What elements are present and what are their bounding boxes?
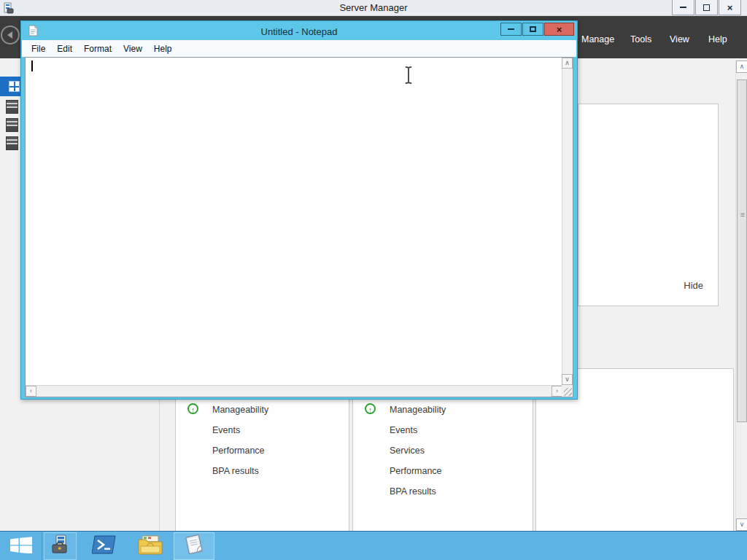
scrollbar-grip-icon: ≡ bbox=[739, 211, 746, 219]
scroll-down-icon[interactable]: ∨ bbox=[562, 374, 573, 385]
back-triangle bbox=[7, 31, 12, 39]
taskbar-button-notepad[interactable] bbox=[174, 532, 214, 560]
restore-icon bbox=[703, 4, 710, 11]
menu-tools[interactable]: Tools bbox=[630, 34, 651, 44]
resize-grip[interactable] bbox=[562, 385, 573, 397]
start-button[interactable] bbox=[0, 532, 42, 560]
powershell-icon bbox=[92, 535, 117, 557]
maximize-icon bbox=[530, 26, 536, 32]
notepad-horizontal-scrollbar[interactable]: ‹ › bbox=[26, 385, 562, 397]
notepad-window: Untitled - Notepad × File Edit Format Vi… bbox=[20, 20, 578, 400]
notepad-text-area[interactable]: ∧ ∨ ‹ › bbox=[25, 57, 573, 397]
sidebar-item-file-storage-icon[interactable] bbox=[6, 136, 18, 150]
taskbar-button-server-manager[interactable] bbox=[44, 532, 77, 560]
server-manager-icon bbox=[50, 534, 71, 559]
caption-buttons: × bbox=[671, 0, 741, 15]
back-arrow-icon[interactable] bbox=[1, 26, 20, 44]
text-caret bbox=[31, 61, 33, 71]
menu-help[interactable]: Help bbox=[148, 42, 178, 56]
minimize-icon bbox=[680, 7, 686, 8]
restore-button[interactable] bbox=[695, 0, 718, 15]
scroll-down-icon[interactable]: ∨ bbox=[736, 518, 747, 531]
tile-link-events[interactable]: Events bbox=[212, 425, 240, 435]
tile-link-performance[interactable]: Performance bbox=[212, 446, 265, 456]
file-explorer-icon bbox=[138, 535, 163, 558]
scrollbar-thumb[interactable]: ≡ bbox=[737, 79, 747, 422]
scroll-left-icon[interactable]: ‹ bbox=[26, 386, 36, 397]
dashboard-divider bbox=[159, 400, 160, 531]
desktop: Server Manager × Manage Tools View Help … bbox=[0, 0, 747, 560]
notepad-close-button[interactable]: × bbox=[544, 23, 574, 36]
notepad-vertical-scrollbar[interactable]: ∧ ∨ bbox=[562, 58, 573, 385]
close-icon: × bbox=[727, 3, 733, 12]
minimize-icon bbox=[508, 28, 514, 30]
notepad-title: Untitled - Notepad bbox=[21, 26, 577, 37]
sidebar-item-local-server-icon[interactable] bbox=[6, 100, 18, 114]
server-manager-scrollbar[interactable]: ∧ ≡ ∨ bbox=[735, 61, 747, 531]
up-arrow-circle-icon: ↑ bbox=[187, 403, 198, 414]
i-beam-cursor bbox=[403, 66, 414, 88]
tile-link-performance[interactable]: Performance bbox=[390, 466, 442, 476]
hide-link[interactable]: Hide bbox=[684, 280, 703, 291]
tile-link-bpa-results[interactable]: BPA results bbox=[390, 486, 436, 497]
notepad-maximize-button[interactable] bbox=[522, 23, 543, 36]
tile-link-manageability[interactable]: Manageability bbox=[212, 405, 268, 415]
dashboard-icon bbox=[9, 82, 19, 91]
scroll-up-icon[interactable]: ∧ bbox=[736, 61, 747, 73]
menu-edit[interactable]: Edit bbox=[51, 42, 78, 56]
notepad-icon bbox=[182, 534, 206, 559]
windows-start-icon bbox=[10, 537, 32, 556]
up-arrow-circle-icon: ↑ bbox=[365, 403, 376, 414]
sidebar-item-dashboard[interactable] bbox=[0, 77, 20, 96]
notepad-menubar: File Edit Format View Help bbox=[22, 40, 576, 57]
scroll-right-icon[interactable]: › bbox=[551, 386, 562, 397]
server-manager-titlebar: Server Manager × bbox=[0, 0, 747, 16]
menu-file[interactable]: File bbox=[26, 42, 51, 56]
window-title: Server Manager bbox=[0, 2, 747, 13]
menu-view[interactable]: View bbox=[670, 34, 689, 44]
sidebar-item-all-servers-icon[interactable] bbox=[6, 118, 18, 132]
tile-link-manageability[interactable]: Manageability bbox=[390, 405, 446, 415]
close-button[interactable]: × bbox=[719, 0, 741, 15]
taskbar-button-file-explorer[interactable] bbox=[133, 532, 166, 560]
minimize-button[interactable] bbox=[672, 0, 694, 15]
tile-link-events[interactable]: Events bbox=[390, 425, 417, 435]
close-icon: × bbox=[557, 25, 562, 34]
notepad-text-content[interactable] bbox=[26, 58, 562, 385]
welcome-tile: Hide bbox=[578, 104, 719, 306]
taskbar: 4:58 AM 12/4/2025 bbox=[0, 531, 747, 560]
tile-link-bpa-results[interactable]: BPA results bbox=[212, 466, 259, 476]
resize-grip-icon bbox=[564, 388, 572, 396]
scroll-up-icon[interactable]: ∧ bbox=[562, 58, 573, 69]
menu-format[interactable]: Format bbox=[78, 42, 117, 56]
tile-link-services[interactable]: Services bbox=[390, 446, 425, 456]
taskbar-button-powershell[interactable] bbox=[88, 532, 120, 560]
menu-view[interactable]: View bbox=[117, 42, 148, 56]
menu-manage[interactable]: Manage bbox=[581, 34, 614, 44]
notepad-minimize-button[interactable] bbox=[500, 23, 522, 36]
menu-help[interactable]: Help bbox=[708, 34, 727, 44]
